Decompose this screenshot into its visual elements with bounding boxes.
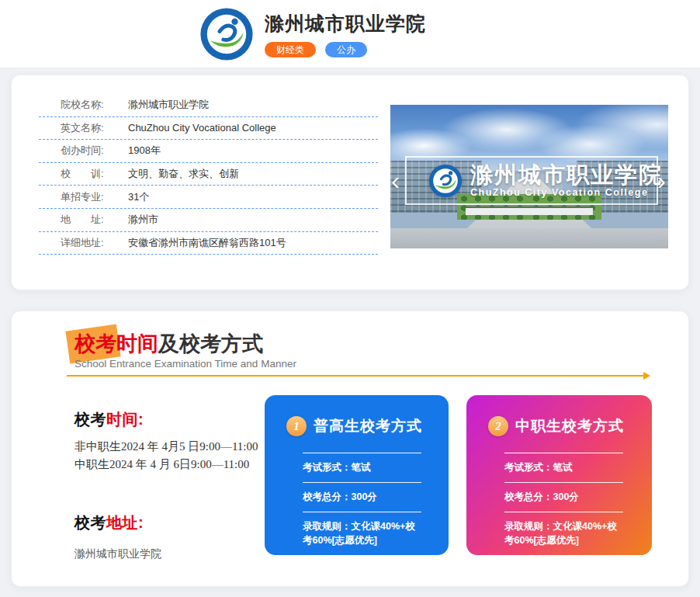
page-title: 滁州城市职业学院 xyxy=(265,11,426,36)
number-badge: 1 xyxy=(286,416,307,436)
method-row: 录取规则：文化课40%+校考60%[志愿优先] xyxy=(303,512,421,556)
exam-time-lines: 非中职生2024 年 4月5 日9:00—11:00 中职生2024 年 4 月… xyxy=(75,438,265,474)
row-value: 滁州市 xyxy=(128,213,158,227)
category-badge: 财经类 xyxy=(265,42,316,57)
row-value: 31个 xyxy=(128,190,149,204)
section-header: 校考时间及校考方式 School Entrance Examination Ti… xyxy=(75,331,296,370)
carousel-caption-subtitle: ChuZhou City Vocation College xyxy=(470,187,663,198)
table-row: 地 址: 滁州市 xyxy=(39,209,378,232)
heading-black-part: 校考 xyxy=(75,411,106,428)
heading-red-part: 地址: xyxy=(106,514,144,531)
divider-arrow-icon xyxy=(643,372,650,380)
carousel-prev-icon[interactable]: ‹ xyxy=(391,167,400,193)
campus-photo-plaza xyxy=(390,228,668,248)
table-row: 单招专业: 31个 xyxy=(39,186,378,209)
row-label: 创办时间: xyxy=(61,144,128,158)
school-logo-icon xyxy=(199,7,254,61)
exam-content-row: 校考时间: 非中职生2024 年 4月5 日9:00—11:00 中职生2024… xyxy=(75,395,652,561)
row-label: 地 址: xyxy=(61,213,128,227)
row-value: 1908年 xyxy=(128,144,161,158)
method-row: 校考总分：300分 xyxy=(504,482,623,512)
campus-photo-carousel: 滁州城市职业学院 ChuZhou City Vocation College ‹… xyxy=(390,105,668,248)
number-badge: 2 xyxy=(488,416,508,436)
header-group: 滁州城市职业学院 财经类 公办 xyxy=(199,7,426,61)
table-row: 详细地址: 安徽省滁州市南谯区醉翁西路101号 xyxy=(39,232,378,255)
badge-row: 财经类 公办 xyxy=(265,42,426,57)
carousel-caption-box: 滁州城市职业学院 ChuZhou City Vocation College xyxy=(405,156,658,205)
table-row: 院校名称: 滁州城市职业学院 xyxy=(39,94,378,117)
heading-black-part: 校考 xyxy=(75,514,106,531)
exam-time-heading: 校考时间: xyxy=(75,409,265,430)
exam-address-heading: 校考地址: xyxy=(75,512,265,533)
college-info-table: 院校名称: 滁州城市职业学院 英文名称: ChuZhou City Vocati… xyxy=(39,94,378,255)
school-logo-icon xyxy=(428,164,463,198)
row-label: 单招专业: xyxy=(61,190,128,204)
row-value: ChuZhou City Vocational College xyxy=(128,122,276,134)
section-divider xyxy=(67,375,644,377)
method-card-general: 1 普高生校考方式 考试形式：笔试 校考总分：300分 录取规则：文化课40%+… xyxy=(265,395,449,555)
carousel-next-icon[interactable]: › xyxy=(657,167,666,193)
section-subtitle: School Entrance Examination Time and Man… xyxy=(75,358,296,370)
method-card-body: 考试形式：笔试 校考总分：300分 录取规则：文化课40%+校考60%[志愿优先… xyxy=(303,453,421,556)
row-label: 英文名称: xyxy=(61,121,128,135)
method-row: 考试形式：笔试 xyxy=(504,453,623,482)
method-card-title: 普高生校考方式 xyxy=(314,416,422,436)
heading-red-part: 时间: xyxy=(106,411,144,428)
row-label: 详细地址: xyxy=(61,236,128,250)
exam-address-text: 滁州城市职业学院 xyxy=(75,547,265,561)
exam-time-column: 校考时间: 非中职生2024 年 4月5 日9:00—11:00 中职生2024… xyxy=(75,395,265,561)
section-title-rest: 及校考方式 xyxy=(158,332,263,356)
ownership-badge: 公办 xyxy=(325,42,367,57)
row-label: 校 训: xyxy=(61,167,128,181)
method-card-vocational: 2 中职生校考方式 考试形式：笔试 校考总分：300分 录取规则：文化课40%+… xyxy=(466,395,652,555)
method-card-title: 中职生校考方式 xyxy=(515,416,624,436)
row-label: 院校名称: xyxy=(61,98,128,112)
row-value: 文明、勤奋、求实、创新 xyxy=(128,167,239,181)
table-row: 英文名称: ChuZhou City Vocational College xyxy=(39,117,378,141)
row-value: 滁州城市职业学院 xyxy=(128,98,209,112)
campus-photo-gate xyxy=(466,207,594,215)
page-header: 滁州城市职业学院 财经类 公办 xyxy=(0,0,700,68)
method-card-body: 考试形式：笔试 校考总分：300分 录取规则：文化课40%+校考60%[志愿优先… xyxy=(504,453,623,556)
method-row: 录取规则：文化课40%+校考60%[志愿优先] xyxy=(504,512,623,556)
table-row: 校 训: 文明、勤奋、求实、创新 xyxy=(39,163,378,186)
carousel-caption-title: 滁州城市职业学院 xyxy=(470,163,663,186)
exam-section-card: 校考时间及校考方式 School Entrance Examination Ti… xyxy=(11,311,689,587)
table-row: 创办时间: 1908年 xyxy=(39,140,378,163)
exam-time-line2: 中职生2024 年 4 月 6日9:00—11:00 xyxy=(75,456,265,474)
method-row: 校考总分：300分 xyxy=(303,482,421,512)
exam-time-line1: 非中职生2024 年 4月5 日9:00—11:00 xyxy=(75,438,265,456)
section-title-highlight: 校考时间 xyxy=(75,332,158,356)
method-row: 考试形式：笔试 xyxy=(303,453,421,482)
college-info-card: 院校名称: 滁州城市职业学院 英文名称: ChuZhou City Vocati… xyxy=(11,75,689,290)
row-value: 安徽省滁州市南谯区醉翁西路101号 xyxy=(128,236,286,250)
